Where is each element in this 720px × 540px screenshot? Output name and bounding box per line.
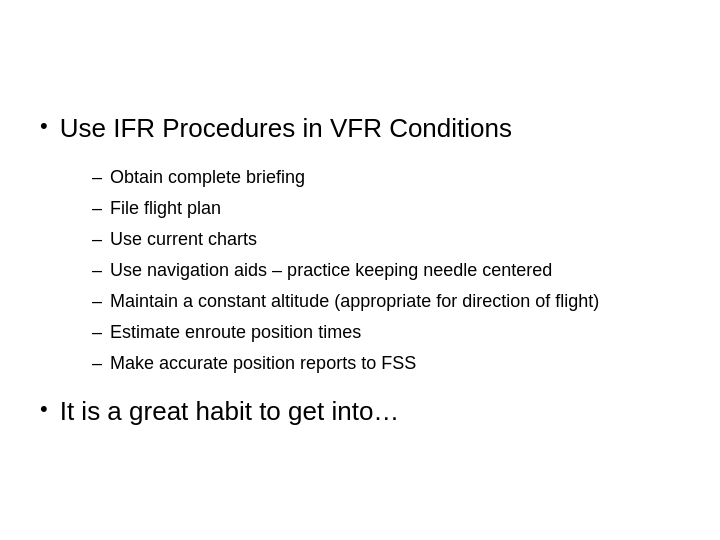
sub-item-2: – File flight plan [92, 195, 680, 222]
dash-6: – [92, 319, 102, 346]
sub-item-4: – Use navigation aids – practice keeping… [92, 257, 680, 284]
sub-item-3: – Use current charts [92, 226, 680, 253]
dash-3: – [92, 226, 102, 253]
slide-content: • Use IFR Procedures in VFR Conditions –… [20, 82, 700, 459]
sub-item-text-3: Use current charts [110, 226, 257, 253]
sub-item-text-7: Make accurate position reports to FSS [110, 350, 416, 377]
main-bullet: • Use IFR Procedures in VFR Conditions [40, 112, 680, 146]
dash-5: – [92, 288, 102, 315]
dash-7: – [92, 350, 102, 377]
dash-2: – [92, 195, 102, 222]
closing-bullet-symbol: • [40, 395, 48, 424]
sub-item-text-1: Obtain complete briefing [110, 164, 305, 191]
sub-bullets-list: – Obtain complete briefing – File flight… [92, 164, 680, 377]
sub-item-5: – Maintain a constant altitude (appropri… [92, 288, 680, 315]
closing-text: It is a great habit to get into… [60, 395, 400, 429]
dash-1: – [92, 164, 102, 191]
dash-4: – [92, 257, 102, 284]
sub-item-text-2: File flight plan [110, 195, 221, 222]
sub-item-6: – Estimate enroute position times [92, 319, 680, 346]
sub-item-text-5: Maintain a constant altitude (appropriat… [110, 288, 599, 315]
closing-bullet: • It is a great habit to get into… [40, 395, 680, 429]
bullet-symbol: • [40, 112, 48, 141]
sub-item-1: – Obtain complete briefing [92, 164, 680, 191]
sub-item-text-4: Use navigation aids – practice keeping n… [110, 257, 552, 284]
main-heading: Use IFR Procedures in VFR Conditions [60, 112, 512, 146]
sub-item-text-6: Estimate enroute position times [110, 319, 361, 346]
sub-item-7: – Make accurate position reports to FSS [92, 350, 680, 377]
